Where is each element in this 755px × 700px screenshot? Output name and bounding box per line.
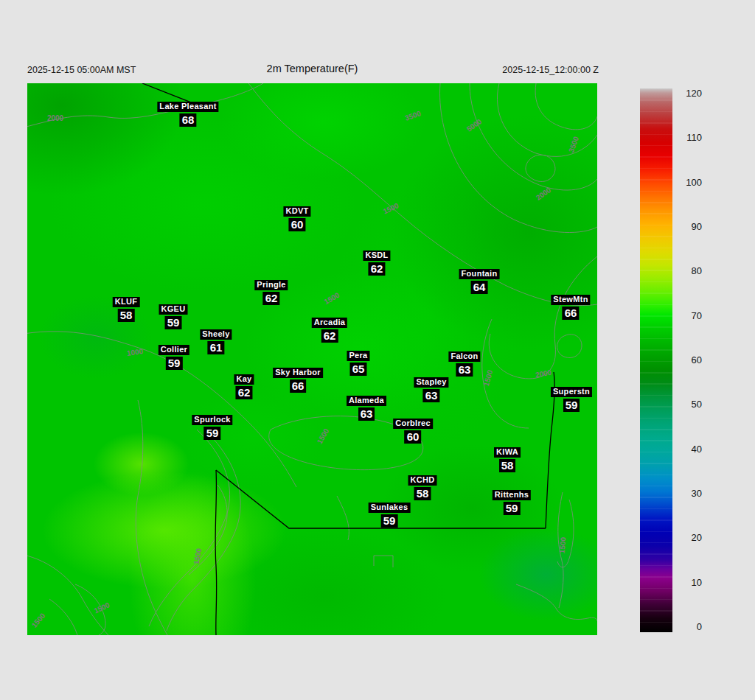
station-pringle: Pringle62 (254, 280, 288, 305)
station-temperature-value: 60 (405, 430, 422, 444)
station-rittenhs: Rittenhs59 (493, 490, 531, 515)
station-name-label: Pringle (254, 280, 288, 290)
station-kdvt: KDVT60 (283, 206, 310, 231)
colorbar-tick-50: 50 (675, 398, 702, 411)
colorbar-tick-100: 100 (675, 176, 702, 189)
contour-elevation-label: 2000 (47, 114, 63, 122)
station-name-label: Sky Harbor (273, 368, 323, 378)
station-temperature-value: 63 (423, 389, 440, 402)
station-kchd: KCHD58 (408, 475, 437, 500)
colorbar-tick-70: 70 (675, 309, 702, 323)
station-temperature-value: 64 (471, 281, 488, 294)
station-name-label: Lake Pleasant (157, 102, 218, 112)
station-temperature-value: 62 (236, 386, 253, 399)
station-temperature-value: 59 (166, 357, 183, 370)
temperature-map: 2000350050003500200015001500100020001500… (27, 83, 597, 635)
station-kluf: KLUF58 (113, 297, 140, 322)
station-kgeu: KGEU59 (159, 304, 188, 329)
station-name-label: KIWA (494, 447, 521, 458)
station-name-label: Superstn (551, 387, 592, 397)
temperature-colorbar (640, 88, 672, 632)
station-name-label: KDVT (283, 206, 310, 217)
station-stapley: Stapley63 (414, 377, 448, 402)
station-name-label: KCHD (408, 475, 437, 486)
elevation-contours (27, 83, 597, 635)
station-temperature-value: 59 (165, 316, 182, 329)
station-collier: Collier59 (159, 345, 189, 370)
station-name-label: Arcadia (312, 318, 347, 328)
contour-overlay (27, 83, 597, 635)
station-temperature-value: 68 (180, 113, 197, 127)
station-stewmtn: StewMtn66 (551, 295, 590, 320)
station-sunlakes: Sunlakes59 (369, 503, 411, 528)
station-ksdl: KSDL62 (363, 251, 390, 276)
station-name-label: Rittenhs (493, 490, 531, 500)
colorbar-tick-120: 120 (675, 87, 702, 100)
station-falcon: Falcon63 (448, 351, 480, 377)
station-name-label: StewMtn (551, 295, 590, 305)
station-temperature-value: 62 (263, 292, 280, 305)
station-spurlock: Spurlock59 (192, 415, 232, 440)
station-name-label: KGEU (159, 304, 188, 315)
station-temperature-value: 66 (563, 307, 580, 320)
weather-map-screen: 2025-12-15 05:00AM MST 2m Temperature(F)… (0, 0, 755, 700)
station-temperature-value: 58 (499, 459, 516, 472)
station-temperature-value: 58 (414, 487, 431, 500)
colorbar-tick-labels: 1201101009080706050403020100 (675, 88, 702, 632)
station-temperature-value: 60 (289, 218, 306, 231)
station-sky-harbor: Sky Harbor66 (273, 368, 323, 393)
station-name-label: Sunlakes (369, 503, 411, 513)
colorbar-tick-30: 30 (675, 487, 702, 500)
station-corblrec: Corblrec60 (393, 419, 433, 444)
station-temperature-value: 63 (456, 363, 473, 377)
station-fountain: Fountain64 (459, 269, 500, 294)
colorbar-tick-20: 20 (675, 531, 702, 545)
station-name-label: KLUF (113, 297, 140, 307)
station-name-label: Corblrec (393, 419, 433, 429)
colorbar-tick-80: 80 (675, 265, 702, 278)
station-temperature-value: 59 (563, 399, 580, 412)
colorbar-tick-10: 10 (675, 576, 702, 589)
station-name-label: Fountain (459, 269, 500, 279)
station-name-label: KSDL (363, 251, 390, 261)
station-name-label: Sheely (200, 329, 232, 340)
station-name-label: Falcon (448, 351, 480, 362)
station-alameda: Alameda63 (347, 396, 386, 421)
station-name-label: Stapley (414, 377, 448, 388)
station-pera: Pera65 (347, 351, 369, 376)
station-name-label: Spurlock (192, 415, 232, 425)
station-temperature-value: 63 (358, 407, 375, 421)
colorbar-tick-0: 0 (675, 620, 702, 634)
station-temperature-value: 66 (290, 379, 307, 393)
utc-timestamp: 2025-12-15_12:00:00 Z (502, 65, 599, 75)
station-kiwa: KIWA58 (494, 447, 521, 472)
colorbar-tick-60: 60 (675, 354, 702, 367)
station-kay: Kay62 (234, 374, 254, 399)
station-temperature-value: 62 (321, 329, 338, 343)
station-lake-pleasant: Lake Pleasant68 (157, 102, 218, 127)
station-name-label: Alameda (347, 396, 386, 406)
colorbar-tick-90: 90 (675, 220, 702, 234)
station-name-label: Collier (159, 345, 189, 355)
contour-elevation-label: 1500 (558, 536, 568, 553)
station-temperature-value: 58 (118, 309, 135, 322)
station-temperature-value: 61 (208, 341, 225, 354)
colorbar-tick-110: 110 (675, 131, 702, 144)
station-temperature-value: 59 (204, 427, 221, 440)
station-temperature-value: 65 (350, 363, 367, 376)
colorbar-tick-40: 40 (675, 443, 702, 456)
station-superstn: Superstn59 (551, 387, 592, 412)
station-temperature-value: 59 (504, 502, 521, 515)
station-arcadia: Arcadia62 (312, 318, 347, 343)
station-temperature-value: 59 (381, 514, 398, 528)
station-sheely: Sheely61 (200, 329, 232, 354)
station-name-label: Pera (347, 351, 369, 361)
station-temperature-value: 62 (369, 262, 386, 276)
station-name-label: Kay (234, 374, 254, 385)
